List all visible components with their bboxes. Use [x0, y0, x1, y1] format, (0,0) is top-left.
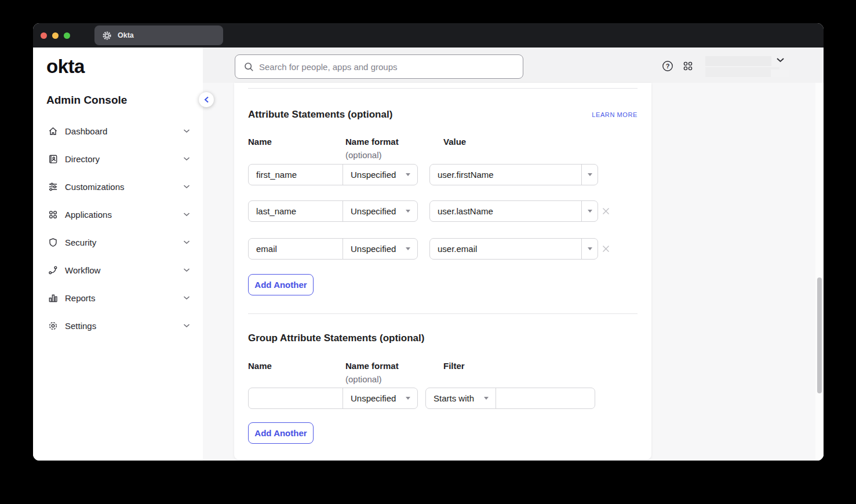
chevron-down-icon [183, 323, 190, 328]
caret-down-icon [484, 397, 489, 400]
column-format: Name format [345, 137, 399, 147]
chevron-left-icon [204, 96, 209, 103]
bar-chart-icon [48, 293, 59, 304]
sidebar-item-settings[interactable]: Settings [33, 312, 203, 339]
window-titlebar: Okta [33, 23, 824, 48]
group-attribute-row: Unspecified Starts with [248, 388, 595, 409]
scrollbar-track[interactable] [815, 83, 824, 461]
caret-down-icon [406, 173, 410, 176]
shield-icon [48, 237, 59, 248]
workflow-icon [48, 265, 59, 276]
sidebar-item-label: Directory [65, 154, 100, 164]
caret-down-icon [588, 210, 592, 213]
attr-value-input[interactable] [430, 165, 581, 185]
sidebar-item-customizations[interactable]: Customizations [33, 173, 203, 200]
user-org-redacted [705, 67, 779, 77]
divider [248, 313, 638, 314]
attr-value-select[interactable] [581, 165, 598, 185]
attr-value-select[interactable] [581, 239, 598, 259]
learn-more-link[interactable]: LEARN MORE [592, 111, 638, 118]
group-name-input[interactable] [249, 388, 343, 408]
caret-down-icon [406, 397, 410, 400]
format-optional-note: (optional) [345, 374, 382, 384]
remove-row-button[interactable] [602, 207, 610, 215]
traffic-lights [33, 32, 70, 39]
divider [248, 88, 638, 89]
section-title: Group Attribute Statements (optional) [248, 333, 424, 344]
remove-row-button[interactable] [602, 245, 610, 253]
sidebar-item-directory[interactable]: Directory [33, 145, 203, 173]
chevron-down-icon [183, 212, 190, 217]
tab-title: Okta [118, 31, 134, 39]
sidebar-item-dashboard[interactable]: Dashboard [33, 117, 203, 145]
user-menu-chevron-icon[interactable] [776, 57, 785, 63]
help-icon[interactable]: ? [662, 60, 673, 72]
admin-console-title: Admin Console [46, 94, 127, 107]
sidebar: okta Admin Console Dashboard Directory C… [33, 48, 203, 461]
sidebar-item-label: Customizations [65, 182, 125, 192]
attr-name-input[interactable] [249, 239, 343, 259]
chevron-down-icon [183, 156, 190, 161]
sidebar-item-reports[interactable]: Reports [33, 284, 203, 312]
caret-down-icon [406, 247, 410, 250]
search-icon [244, 62, 254, 72]
sidebar-item-label: Workflow [65, 265, 100, 275]
okta-favicon [102, 31, 112, 41]
scrollbar-thumb[interactable] [817, 277, 822, 393]
attribute-row: Unspecified [248, 200, 610, 222]
section-title: Attribute Statements (optional) [248, 109, 392, 120]
group-attribute-header: Group Attribute Statements (optional) [248, 331, 638, 346]
column-name: Name [248, 361, 272, 371]
attr-name-input[interactable] [249, 165, 343, 185]
sidebar-item-label: Security [65, 238, 96, 247]
caret-down-icon [588, 173, 592, 176]
sidebar-collapse-button[interactable] [199, 92, 214, 107]
group-format-select[interactable]: Unspecified [343, 388, 417, 408]
minimize-window-button[interactable] [52, 32, 59, 39]
top-header: ? [203, 48, 824, 83]
sidebar-nav: Dashboard Directory Customizations Appli… [33, 117, 203, 339]
chevron-down-icon [183, 240, 190, 244]
saml-settings-card: Attribute Statements (optional) LEARN MO… [234, 83, 651, 459]
add-attribute-button[interactable]: Add Another [248, 274, 314, 295]
global-search[interactable] [235, 54, 523, 79]
browser-tab-okta[interactable]: Okta [94, 25, 223, 45]
search-input[interactable] [259, 62, 523, 72]
add-group-attribute-button[interactable]: Add Another [248, 422, 314, 444]
attribute-row: Unspecified [248, 164, 598, 185]
directory-icon [48, 154, 59, 165]
sidebar-item-workflow[interactable]: Workflow [33, 256, 203, 284]
svg-text:?: ? [666, 63, 670, 70]
sidebar-item-label: Reports [65, 293, 96, 303]
chevron-down-icon [183, 268, 190, 272]
column-value: Value [443, 137, 466, 147]
attr-value-select[interactable] [581, 201, 598, 221]
filter-op-select[interactable]: Starts with [426, 388, 496, 408]
caret-down-icon [588, 247, 592, 250]
home-icon [48, 126, 59, 137]
attr-value-input[interactable] [430, 201, 581, 221]
okta-logo: okta [46, 56, 85, 78]
attribute-row: Unspecified [248, 238, 610, 260]
attr-format-select[interactable]: Unspecified [343, 239, 417, 259]
column-filter: Filter [443, 361, 465, 371]
attr-format-select[interactable]: Unspecified [343, 165, 417, 185]
attr-format-select[interactable]: Unspecified [343, 201, 417, 221]
sliders-icon [48, 181, 59, 192]
user-account-redacted[interactable] [705, 56, 779, 77]
chevron-down-icon [183, 295, 190, 300]
sidebar-item-applications[interactable]: Applications [33, 200, 203, 228]
zoom-window-button[interactable] [64, 32, 70, 39]
column-name: Name [248, 137, 272, 147]
apps-launcher-icon[interactable] [682, 60, 694, 72]
chevron-down-icon [183, 184, 190, 189]
sidebar-item-security[interactable]: Security [33, 228, 203, 256]
format-optional-note: (optional) [345, 150, 382, 160]
main-area: ? Attribute Statements (optional) LEARN … [203, 48, 824, 461]
filter-value-input[interactable] [496, 388, 595, 408]
sidebar-item-label: Dashboard [65, 126, 107, 136]
close-window-button[interactable] [41, 32, 47, 39]
attr-name-input[interactable] [249, 201, 343, 221]
attr-value-input[interactable] [430, 239, 581, 259]
attribute-statements-header: Attribute Statements (optional) LEARN MO… [248, 107, 638, 122]
